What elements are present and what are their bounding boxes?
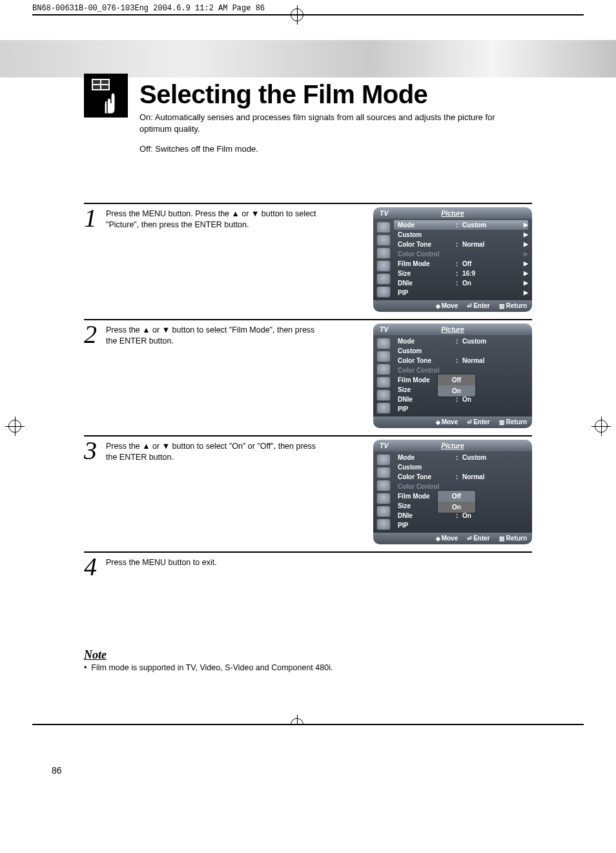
crop-icon <box>291 718 303 725</box>
osd-popup-filmmode: Off On <box>438 375 475 396</box>
osd-row-colorcontrol: Color Control <box>394 482 528 491</box>
osd-row-custom: Custom▶ <box>394 230 528 240</box>
page-title: Selecting the Film Mode <box>139 80 501 109</box>
return-icon: ▥ <box>499 419 505 426</box>
osd-row-colorcontrol: Color Control▶ <box>394 249 528 259</box>
step-number: 4 <box>84 556 103 589</box>
hand-cursor-icon <box>99 89 119 115</box>
osd-screenshot-1: Picture TV Mode:Custom▶ Custom▶ Color To… <box>373 207 532 312</box>
popup-option-off: Off <box>438 375 475 385</box>
osd-icon-column <box>373 219 394 300</box>
note-body: • Film mode is supported in TV, Video, S… <box>84 663 532 672</box>
osd-row-tone: Color Tone:Normal <box>394 472 528 482</box>
osd-row-pip: PIP▶ <box>394 288 528 298</box>
osd-row-tone: Color Tone:Normal▶ <box>394 240 528 249</box>
crop-icon <box>291 8 303 21</box>
osd-row-pip: PIP <box>394 404 528 414</box>
osd-icon-column <box>373 335 394 416</box>
osd-screenshot-2: Picture TV Mode:Custom Custom Color Tone… <box>373 324 532 428</box>
osd-row-colorcontrol: Color Control <box>394 365 528 375</box>
osd-row-custom: Custom <box>394 346 528 356</box>
crop-mark-bottom <box>291 718 303 725</box>
osd-row-dnie: DNIe:On▶ <box>394 278 528 288</box>
intro-line-off: Off: Switches off the Film mode. <box>139 143 501 155</box>
updown-icon: ◆ <box>436 419 440 426</box>
crop-line-top <box>32 14 584 15</box>
osd-footer: ◆Move ⏎Enter ▥Return <box>373 533 532 544</box>
osd-title: Picture <box>373 442 532 449</box>
step-text: Press the MENU button to exit. <box>106 557 217 590</box>
prepress-header: BN68-00631B-00_076-103Eng 2004.6.9 11:2 … <box>0 0 616 13</box>
osd-row-custom: Custom <box>394 462 528 472</box>
step-text: Press the ▲ or ▼ button to select "Film … <box>106 325 325 435</box>
chevron-right-icon: ▶ <box>522 231 528 238</box>
osd-row-size: Size:16:9▶ <box>394 269 528 278</box>
osd-popup-filmmode: Off On <box>438 491 475 513</box>
osd-row-mode: Mode:Custom <box>394 453 528 462</box>
osd-row-mode: Mode:Custom <box>394 336 528 346</box>
chevron-right-icon: ▶ <box>522 270 528 276</box>
osd-icon <box>376 273 391 285</box>
popup-option-on: On <box>438 385 475 396</box>
osd-row-tone: Color Tone:Normal <box>394 356 528 365</box>
step-number: 3 <box>84 440 103 550</box>
chevron-right-icon: ▶ <box>522 221 528 228</box>
step-3: 3 Press the ▲ or ▼ button to select "On"… <box>84 435 532 551</box>
step-number: 2 <box>84 324 103 434</box>
step-text: Press the ▲ or ▼ button to select "On" o… <box>106 441 325 551</box>
osd-title: Picture <box>373 325 532 333</box>
chevron-right-icon: ▶ <box>522 241 528 247</box>
chevron-right-icon: ▶ <box>522 289 528 296</box>
step-1: 1 Press the MENU button. Press the ▲ or … <box>84 203 532 319</box>
osd-title: Picture <box>373 209 532 217</box>
osd-footer: ◆Move ⏎Enter ▥Return <box>373 416 532 428</box>
enter-icon: ⏎ <box>467 535 472 542</box>
osd-icon <box>376 286 391 298</box>
updown-icon: ◆ <box>436 303 440 309</box>
osd-screenshot-3: Picture TV Mode:Custom Custom Color Tone… <box>373 440 532 544</box>
chevron-right-icon: ▶ <box>522 251 528 257</box>
enter-icon: ⏎ <box>467 419 472 426</box>
crop-line-bottom <box>32 724 584 725</box>
return-icon: ▥ <box>499 303 505 309</box>
osd-row-mode: Mode:Custom▶ <box>394 220 528 230</box>
header-brushed-bar <box>0 40 616 77</box>
osd-footer: ◆Move ⏎Enter ▥Return <box>373 300 532 312</box>
header-text: BN68-00631B-00_076-103Eng 2004.6.9 11:2 … <box>32 4 265 13</box>
step-text: Press the MENU button. Press the ▲ or ▼ … <box>106 209 325 319</box>
popup-option-on: On <box>438 502 475 513</box>
chevron-right-icon: ▶ <box>522 260 528 267</box>
updown-icon: ◆ <box>436 535 440 542</box>
step-number: 1 <box>84 207 103 318</box>
step-4: 4 Press the MENU button to exit. <box>84 551 532 590</box>
section-icon <box>84 74 128 118</box>
osd-icon <box>376 260 391 272</box>
osd-icon-column <box>373 451 394 533</box>
osd-row-pip: PIP <box>394 520 528 530</box>
popup-option-off: Off <box>438 491 475 502</box>
osd-row-film: Film Mode:Off▶ <box>394 259 528 269</box>
note-heading: Note <box>84 648 532 662</box>
step-2: 2 Press the ▲ or ▼ button to select "Fil… <box>84 319 532 435</box>
crop-mark-top <box>291 8 303 24</box>
intro-line-on: On: Automatically senses and processes f… <box>139 112 501 134</box>
osd-icon <box>376 221 391 233</box>
enter-icon: ⏎ <box>467 303 472 309</box>
return-icon: ▥ <box>499 535 505 542</box>
osd-icon <box>376 247 391 259</box>
osd-icon <box>376 234 391 246</box>
chevron-right-icon: ▶ <box>522 280 528 286</box>
